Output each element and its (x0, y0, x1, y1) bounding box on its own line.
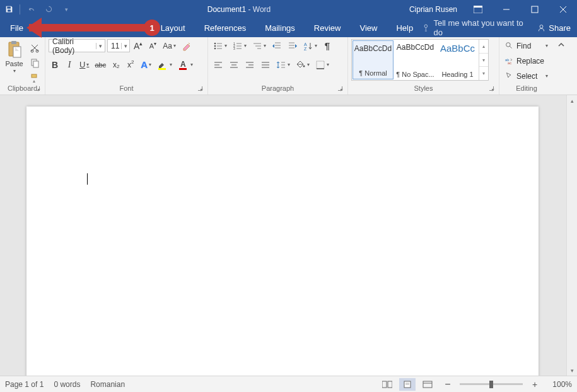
zoom-slider[interactable] (460, 383, 523, 385)
close-icon[interactable] (549, 0, 577, 18)
svg-point-60 (506, 43, 511, 47)
ribbon-display-options-icon[interactable] (463, 0, 492, 18)
svg-point-6 (424, 25, 428, 28)
tell-me-label: Tell me what you want to do (433, 18, 528, 37)
grow-font-icon[interactable]: A▴ (132, 39, 144, 52)
app-name: Word (253, 5, 271, 14)
style-tile-heading-1[interactable]: AaBbCc Heading 1 (436, 40, 479, 80)
tab-view[interactable]: View (350, 18, 387, 37)
scroll-down-icon[interactable]: ▾ (567, 365, 577, 376)
dialog-launcher-icon[interactable] (337, 85, 344, 92)
tab-layout[interactable]: Layout (158, 18, 195, 37)
tab-review[interactable]: Review (305, 18, 351, 37)
zoom-level[interactable]: 100% (547, 380, 572, 389)
web-layout-icon[interactable] (419, 378, 436, 391)
sort-icon[interactable]: AZ (301, 39, 319, 52)
superscript-button[interactable]: x2 (124, 58, 137, 71)
gallery-scroll-down-icon[interactable]: ▾ (479, 54, 488, 67)
page-indicator[interactable]: Page 1 of 1 (5, 380, 44, 389)
cut-icon[interactable] (28, 41, 42, 54)
svg-rect-10 (13, 47, 21, 57)
tab-references[interactable]: References (195, 18, 255, 37)
align-right-icon[interactable] (243, 58, 257, 71)
group-label-styles: Styles (351, 84, 496, 95)
tab-help[interactable]: Help (387, 18, 423, 37)
line-spacing-icon[interactable] (274, 58, 292, 71)
font-name-combo[interactable]: Calibri (Body)▾ (49, 39, 105, 52)
customize-qat-icon[interactable]: ▾ (57, 0, 75, 18)
bold-button[interactable]: B (49, 58, 61, 71)
svg-rect-16 (158, 68, 166, 70)
group-editing: Find▾ abacReplace Select▾ Editing (499, 37, 554, 95)
highlight-button[interactable] (155, 58, 174, 71)
numbering-icon[interactable]: 123 (231, 39, 248, 52)
underline-button[interactable]: U (78, 58, 91, 71)
tell-me-search[interactable]: Tell me what you want to do (423, 18, 528, 37)
svg-point-7 (540, 25, 543, 28)
zoom-out-icon[interactable]: − (440, 378, 456, 391)
subscript-button[interactable]: x2 (110, 58, 122, 71)
decrease-indent-icon[interactable] (270, 39, 284, 52)
strikethrough-button[interactable]: abc (93, 58, 108, 71)
copy-icon[interactable] (28, 56, 42, 69)
change-case-button[interactable]: Aa (161, 39, 178, 52)
find-button[interactable]: Find▾ (503, 39, 551, 52)
print-layout-icon[interactable] (399, 378, 416, 391)
user-name[interactable]: Ciprian Rusen (403, 5, 463, 14)
justify-icon[interactable] (259, 58, 272, 71)
style-tile-normal[interactable]: AaBbCcDd ¶ Normal (353, 40, 393, 79)
page[interactable] (26, 107, 539, 376)
maximize-icon[interactable] (520, 0, 549, 18)
tab-mailings[interactable]: Mailings (255, 18, 305, 37)
shading-icon[interactable] (294, 58, 312, 71)
italic-button[interactable]: I (63, 58, 76, 71)
group-styles: AaBbCcDd ¶ Normal AaBbCcDd ¶ No Spac... … (348, 37, 499, 95)
gallery-more-icon[interactable]: ▾ (479, 67, 488, 80)
gallery-scroll-up-icon[interactable]: ▴ (479, 40, 488, 54)
zoom-in-icon[interactable]: + (527, 378, 543, 391)
scroll-up-icon[interactable]: ▴ (567, 95, 577, 106)
share-label: Share (549, 23, 571, 33)
shrink-font-icon[interactable]: A▾ (146, 39, 159, 52)
save-icon[interactable] (0, 0, 18, 18)
style-tile-no-spacing[interactable]: AaBbCcDd ¶ No Spac... (394, 40, 436, 80)
tab-file[interactable]: File (0, 18, 33, 37)
language-indicator[interactable]: Romanian (90, 380, 125, 389)
show-hide-icon[interactable]: ¶ (321, 39, 334, 52)
svg-rect-15 (32, 74, 37, 78)
quick-access-toolbar: ▾ (0, 0, 75, 18)
svg-text:A: A (180, 60, 186, 69)
text-effects-button[interactable]: A (139, 58, 153, 71)
clear-formatting-icon[interactable] (180, 39, 194, 52)
vertical-scrollbar[interactable]: ▴ ▾ (566, 95, 577, 376)
align-left-icon[interactable] (211, 58, 225, 71)
title-bar-right: Ciprian Rusen (403, 0, 577, 18)
replace-button[interactable]: abacReplace (503, 54, 551, 67)
dialog-launcher-icon[interactable] (488, 85, 495, 92)
read-mode-icon[interactable] (379, 378, 395, 391)
borders-icon[interactable] (313, 58, 331, 71)
dialog-launcher-icon[interactable] (197, 85, 204, 92)
align-center-icon[interactable] (227, 58, 241, 71)
svg-text:A: A (304, 42, 307, 47)
bullets-icon[interactable] (211, 39, 229, 52)
share-button[interactable]: Share (537, 23, 571, 33)
word-count[interactable]: 0 words (54, 380, 80, 389)
dialog-launcher-icon[interactable] (34, 85, 41, 92)
separator (20, 4, 20, 14)
increase-indent-icon[interactable] (286, 39, 300, 52)
paste-button[interactable]: Paste ▾ (3, 39, 25, 74)
multilevel-list-icon[interactable] (250, 39, 268, 52)
select-button[interactable]: Select▾ (503, 69, 551, 83)
styles-gallery[interactable]: AaBbCcDd ¶ Normal AaBbCcDd ¶ No Spac... … (351, 39, 489, 81)
redo-icon[interactable] (40, 0, 57, 18)
paste-label: Paste (5, 60, 23, 67)
font-color-button[interactable]: A (176, 58, 195, 71)
undo-icon[interactable] (22, 0, 40, 18)
minimize-icon[interactable] (492, 0, 520, 18)
ribbon-tabs: File Home Insert Design Layout Reference… (0, 18, 577, 37)
text-cursor (87, 173, 88, 185)
collapse-ribbon-icon[interactable] (554, 37, 569, 95)
font-size-combo[interactable]: 11▾ (107, 39, 130, 52)
format-painter-icon[interactable] (28, 71, 42, 84)
